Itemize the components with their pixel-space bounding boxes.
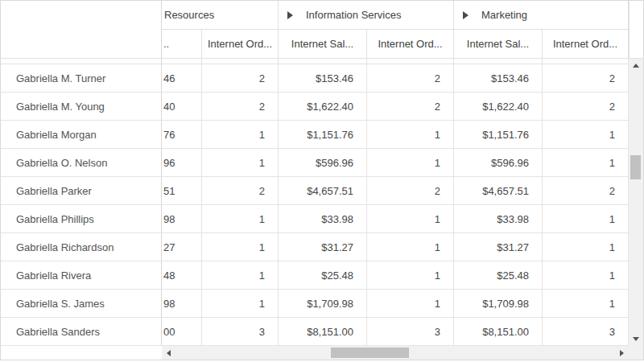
data-cell[interactable]: 00 bbox=[162, 318, 202, 345]
data-cell[interactable]: $1,622.40 bbox=[279, 93, 367, 120]
data-cell[interactable]: $596.96 bbox=[279, 149, 367, 176]
data-cell[interactable]: 1 bbox=[202, 121, 279, 148]
data-cell[interactable]: $153.46 bbox=[279, 64, 367, 92]
data-cell[interactable]: 1 bbox=[543, 149, 629, 176]
column-header-internet-orders[interactable]: Internet Ord... bbox=[202, 30, 279, 58]
data-cell[interactable]: 2 bbox=[202, 64, 279, 92]
data-cell[interactable]: 1 bbox=[543, 121, 629, 148]
scroll-up-button[interactable] bbox=[630, 59, 643, 72]
data-cell[interactable]: $31.27 bbox=[279, 233, 367, 261]
data-cell[interactable]: 96 bbox=[162, 149, 202, 176]
table-row[interactable]: Gabriella Richardson271$31.271$31.271 bbox=[1, 233, 629, 261]
data-cell[interactable]: $1,709.98 bbox=[279, 290, 367, 317]
data-cell[interactable]: 98 bbox=[162, 205, 202, 232]
data-cell[interactable]: 48 bbox=[162, 261, 202, 289]
scroll-right-button[interactable] bbox=[615, 346, 629, 360]
row-header-cell[interactable]: Gabriella Phillips bbox=[1, 205, 162, 232]
expand-icon[interactable] bbox=[463, 11, 469, 19]
data-cell[interactable]: 1 bbox=[367, 261, 454, 289]
table-row[interactable]: Gabriella M. Young402$1,622.402$1,622.40… bbox=[1, 93, 629, 121]
horizontal-scrollbar[interactable] bbox=[162, 346, 629, 360]
data-cell[interactable]: 1 bbox=[202, 290, 279, 317]
data-cell[interactable]: 1 bbox=[367, 121, 454, 148]
column-header-internet-orders[interactable]: Internet Ord... bbox=[543, 30, 629, 58]
data-cell[interactable]: $1,151.76 bbox=[279, 121, 367, 148]
data-cell[interactable]: 2 bbox=[543, 64, 629, 92]
data-cell[interactable]: $4,657.51 bbox=[279, 177, 367, 204]
row-header-cell[interactable]: Gabriella O. Nelson bbox=[1, 149, 162, 176]
data-cell[interactable]: $31.27 bbox=[454, 233, 543, 261]
table-row[interactable]: Gabriella O. Nelson961$596.961$596.961 bbox=[1, 149, 629, 177]
column-header-internet-orders[interactable]: Internet Ord... bbox=[367, 30, 454, 58]
data-cell[interactable]: 51 bbox=[162, 177, 202, 204]
row-header-cell[interactable]: Gabriella S. James bbox=[1, 290, 162, 317]
data-cell[interactable]: $33.98 bbox=[279, 205, 367, 232]
data-cell[interactable]: 3 bbox=[543, 318, 629, 345]
row-header-cell[interactable]: Gabriella M. Turner bbox=[1, 64, 162, 92]
data-cell[interactable]: 46 bbox=[162, 64, 202, 92]
group-header-label: Information Services bbox=[306, 9, 402, 21]
data-cell[interactable]: 98 bbox=[162, 290, 202, 317]
data-cell[interactable]: $25.48 bbox=[454, 261, 543, 289]
data-cell[interactable]: 1 bbox=[202, 233, 279, 261]
vertical-scrollbar[interactable] bbox=[629, 59, 643, 346]
group-header-information-services[interactable]: Information Services bbox=[279, 1, 454, 29]
data-cell[interactable]: $25.48 bbox=[279, 261, 367, 289]
table-row[interactable]: Gabriella M. Turner462$153.462$153.462 bbox=[1, 64, 629, 93]
data-cell[interactable]: 2 bbox=[202, 93, 279, 120]
data-cell[interactable]: 2 bbox=[202, 177, 279, 204]
table-row[interactable]: Gabriella Parker512$4,657.512$4,657.512 bbox=[1, 177, 629, 205]
column-header-clipped[interactable]: .. bbox=[162, 30, 202, 58]
data-cell[interactable]: 76 bbox=[162, 121, 202, 148]
data-cell[interactable]: 27 bbox=[162, 233, 202, 261]
data-cell[interactable]: 3 bbox=[202, 318, 279, 345]
data-cell[interactable]: $1,622.40 bbox=[454, 93, 543, 120]
data-cell[interactable]: 2 bbox=[367, 177, 454, 204]
data-cell[interactable]: $1,151.76 bbox=[454, 121, 543, 148]
data-cell[interactable]: 1 bbox=[367, 233, 454, 261]
data-cell[interactable]: 1 bbox=[202, 261, 279, 289]
column-header-internet-sales[interactable]: Internet Sal... bbox=[279, 30, 367, 58]
data-cell[interactable]: 2 bbox=[543, 93, 629, 120]
table-row[interactable]: Gabriella Phillips981$33.981$33.981 bbox=[1, 205, 629, 233]
data-cell[interactable]: 1 bbox=[367, 290, 454, 317]
data-cell[interactable]: $153.46 bbox=[454, 64, 543, 92]
data-cell[interactable]: 1 bbox=[202, 205, 279, 232]
data-cell[interactable]: 2 bbox=[543, 177, 629, 204]
data-cell[interactable]: 1 bbox=[367, 205, 454, 232]
table-row[interactable]: Gabriella S. James981$1,709.981$1,709.98… bbox=[1, 290, 629, 318]
data-cell[interactable]: $596.96 bbox=[454, 149, 543, 176]
vertical-scroll-thumb[interactable] bbox=[630, 155, 641, 179]
horizontal-scroll-thumb[interactable] bbox=[331, 348, 409, 358]
scroll-down-button[interactable] bbox=[630, 332, 643, 346]
table-row[interactable]: Gabriella Morgan761$1,151.761$1,151.761 bbox=[1, 121, 629, 149]
data-cell[interactable]: 1 bbox=[202, 149, 279, 176]
row-header-cell[interactable]: Gabriella Rivera bbox=[1, 261, 162, 289]
data-cell[interactable]: 3 bbox=[367, 318, 454, 345]
data-cell[interactable]: 1 bbox=[543, 261, 629, 289]
data-cell[interactable]: $1,709.98 bbox=[454, 290, 543, 317]
data-cell[interactable]: $33.98 bbox=[454, 205, 543, 232]
data-cell[interactable]: 1 bbox=[543, 290, 629, 317]
row-header-cell[interactable]: Gabriella Morgan bbox=[1, 121, 162, 148]
data-cell[interactable]: 1 bbox=[543, 233, 629, 261]
scroll-left-button[interactable] bbox=[162, 346, 175, 360]
column-header-internet-sales[interactable]: Internet Sal... bbox=[454, 30, 543, 58]
data-cell[interactable]: 1 bbox=[367, 149, 454, 176]
data-cell[interactable]: $8,151.00 bbox=[279, 318, 367, 345]
data-cell[interactable]: 2 bbox=[367, 64, 454, 92]
group-header-marketing[interactable]: Marketing bbox=[454, 1, 629, 29]
table-row[interactable]: Gabriella Rivera481$25.481$25.481 bbox=[1, 261, 629, 290]
row-header-cell[interactable]: Gabriella Richardson bbox=[1, 233, 162, 261]
data-cell[interactable]: 2 bbox=[367, 93, 454, 120]
data-cell[interactable]: $4,657.51 bbox=[454, 177, 543, 204]
table-row[interactable]: Gabriella Sanders003$8,151.003$8,151.003 bbox=[1, 318, 629, 346]
row-header-cell[interactable]: Gabriella Sanders bbox=[1, 318, 162, 345]
group-header-resources[interactable]: Resources bbox=[162, 1, 279, 29]
data-cell[interactable]: $8,151.00 bbox=[454, 318, 543, 345]
row-header-cell[interactable]: Gabriella M. Young bbox=[1, 93, 162, 120]
row-header-cell[interactable]: Gabriella Parker bbox=[1, 177, 162, 204]
data-cell[interactable]: 40 bbox=[162, 93, 202, 120]
expand-icon[interactable] bbox=[287, 11, 293, 19]
data-cell[interactable]: 1 bbox=[543, 205, 629, 232]
